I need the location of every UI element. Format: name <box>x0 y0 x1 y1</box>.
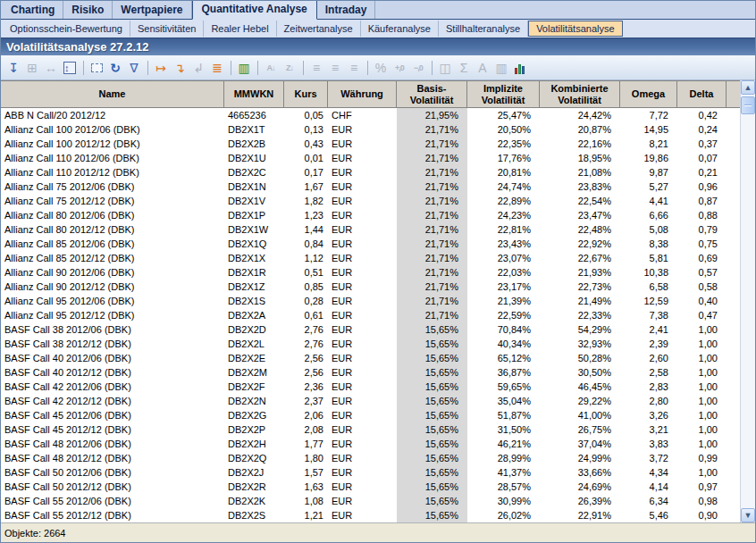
table-row[interactable]: Allianz Call 80 2012/12 (DBK)DB2X1W1,44E… <box>1 222 740 237</box>
table-row[interactable]: BASF Call 50 2012/12 (DBK)DB2X2R1,63EUR1… <box>1 480 740 494</box>
subtab-zeitwertanalyse[interactable]: Zeitwertanalyse <box>277 21 361 37</box>
table-row[interactable]: Allianz Call 85 2012/06 (DBK)DB2X1Q0,84E… <box>1 237 740 251</box>
column-header-waehrung[interactable]: Währung <box>328 81 397 107</box>
cell-kombinierte-volatilitaet: 54,29% <box>540 322 620 337</box>
subtab-sensitivitaeten[interactable]: Sensitivitäten <box>130 21 204 37</box>
table-row[interactable]: BASF Call 40 2012/12 (DBK)DB2X2M2,56EUR1… <box>1 365 740 380</box>
cell-omega: 8,21 <box>620 137 677 151</box>
table-row[interactable]: ABB N Call/20 2012/1246652360,05CHF21,95… <box>1 108 740 122</box>
chart-icon[interactable] <box>511 59 529 77</box>
subtab-kaeuferanalyse[interactable]: Käuferanalyse <box>361 21 439 37</box>
cell-waehrung: EUR <box>328 508 397 522</box>
column-insert-right-icon[interactable]: ↦ <box>152 59 170 77</box>
filter-icon[interactable]: ∇ <box>125 59 143 77</box>
toolbar-separator <box>147 61 148 75</box>
table-row[interactable]: BASF Call 48 2012/06 (DBK)DB2X2H1,77EUR1… <box>1 437 740 451</box>
column-header-mmwkn[interactable]: MMWKN <box>224 81 284 107</box>
column-highlight-icon[interactable]: ▥ <box>235 59 253 77</box>
table-row[interactable]: Allianz Call 110 2012/12 (DBK)DB2X2C0,17… <box>1 165 740 180</box>
cell-implizite-volatilitaet: 28,57% <box>467 480 540 494</box>
cell-kombinierte-volatilitaet: 22,16% <box>540 137 620 151</box>
cell-kurs: 0,61 <box>284 308 328 322</box>
cell-filler <box>727 322 740 337</box>
cell-filler <box>727 508 740 522</box>
cell-basis-volatilitaet: 15,65% <box>397 380 467 394</box>
cell-mmwkn: DB2X1N <box>224 180 284 194</box>
column-header-omega[interactable]: Omega <box>620 81 677 107</box>
table-row[interactable]: BASF Call 55 2012/06 (DBK)DB2X2K1,08EUR1… <box>1 494 740 508</box>
scroll-down-button[interactable]: ▼ <box>741 508 755 522</box>
table-row[interactable]: BASF Call 55 2012/12 (DBK)DB2X2S1,21EUR1… <box>1 508 740 522</box>
table-row[interactable]: BASF Call 48 2012/12 (DBK)DB2X2Q1,80EUR1… <box>1 451 740 465</box>
tab-charting[interactable]: Charting <box>3 1 63 19</box>
column-header-basis-volatilitaet[interactable]: Basis-Volatilität <box>397 81 467 107</box>
table-row[interactable]: Allianz Call 85 2012/12 (DBK)DB2X1X1,12E… <box>1 251 740 265</box>
cell-implizite-volatilitaet: 25,47% <box>467 108 540 122</box>
column-header-name[interactable]: Name <box>1 81 224 107</box>
cell-delta: 1,00 <box>677 422 727 437</box>
tab-risiko[interactable]: Risiko <box>63 1 113 19</box>
cell-implizite-volatilitaet: 21,39% <box>467 294 540 308</box>
table-row[interactable]: Allianz Call 90 2012/12 (DBK)DB2X1Z0,85E… <box>1 280 740 294</box>
tab-wertpapiere[interactable]: Wertpapiere <box>113 1 191 19</box>
scroll-up-button[interactable]: ▲ <box>741 80 755 95</box>
cell-mmwkn: 4665236 <box>224 108 284 122</box>
cell-name: BASF Call 45 2012/06 (DBK) <box>1 408 224 422</box>
cell-name: Allianz Call 95 2012/12 (DBK) <box>1 308 224 322</box>
column-header-kombinierte-volatilitaet[interactable]: KombinierteVolatilität <box>540 81 620 107</box>
column-header-implizite-volatilitaet[interactable]: ImpliziteVolatilität <box>467 81 540 107</box>
refresh-icon[interactable]: ↻ <box>106 59 124 77</box>
subtab-realer-hebel[interactable]: Realer Hebel <box>204 21 276 37</box>
table-row[interactable]: Allianz Call 75 2012/06 (DBK)DB2X1N1,67E… <box>1 180 740 194</box>
table-row[interactable]: BASF Call 50 2012/06 (DBK)DB2X2J1,57EUR1… <box>1 465 740 480</box>
scrollbar-track[interactable] <box>741 114 755 508</box>
cell-basis-volatilitaet: 21,71% <box>397 308 467 322</box>
cell-basis-volatilitaet: 15,65% <box>397 322 467 337</box>
cell-mmwkn: DB2X2B <box>224 137 284 151</box>
cell-kombinierte-volatilitaet: 21,08% <box>540 165 620 180</box>
table-row[interactable]: BASF Call 42 2012/06 (DBK)DB2X2F2,36EUR1… <box>1 380 740 394</box>
cell-name: Allianz Call 100 2012/12 (DBK) <box>1 137 224 151</box>
cell-basis-volatilitaet: 21,71% <box>397 294 467 308</box>
table-row[interactable]: Allianz Call 100 2012/12 (DBK)DB2X2B0,43… <box>1 137 740 151</box>
cell-kurs: 1,67 <box>284 180 328 194</box>
new-view-icon[interactable] <box>88 59 105 77</box>
table-row[interactable]: Allianz Call 100 2012/06 (DBK)DB2X1T0,13… <box>1 122 740 137</box>
column-header-kurs[interactable]: Kurs <box>284 81 328 107</box>
cell-basis-volatilitaet: 15,65% <box>397 494 467 508</box>
cell-implizite-volatilitaet: 36,87% <box>467 365 540 380</box>
export-table-icon[interactable]: ↧ <box>4 59 22 77</box>
cell-name: BASF Call 42 2012/06 (DBK) <box>1 380 224 394</box>
subtab-optionsschein-bewertung[interactable]: Optionsschein-Bewertung <box>3 21 130 37</box>
table-row[interactable]: BASF Call 42 2012/12 (DBK)DB2X2N2,37EUR1… <box>1 394 740 408</box>
subtab-stillhalteranalyse[interactable]: Stillhalteranalyse <box>439 21 528 37</box>
cell-filler <box>727 480 740 494</box>
table-row[interactable]: Allianz Call 75 2012/12 (DBK)DB2X1V1,82E… <box>1 194 740 208</box>
cell-filler <box>727 108 740 122</box>
cell-filler <box>727 365 740 380</box>
cell-basis-volatilitaet: 15,65% <box>397 394 467 408</box>
table-row[interactable]: BASF Call 40 2012/06 (DBK)DB2X2E2,56EUR1… <box>1 351 740 365</box>
chevron-down-icon: ▼ <box>744 511 752 520</box>
table-row[interactable]: BASF Call 38 2012/06 (DBK)DB2X2D2,76EUR1… <box>1 322 740 337</box>
table-row[interactable]: BASF Call 38 2012/12 (DBK)DB2X2L2,76EUR1… <box>1 337 740 351</box>
table-row[interactable]: Allianz Call 110 2012/06 (DBK)DB2X1U0,01… <box>1 151 740 165</box>
scrollbar-thumb[interactable] <box>741 96 755 114</box>
cell-kurs: 2,76 <box>284 337 328 351</box>
table-row[interactable]: BASF Call 45 2012/06 (DBK)DB2X2G2,06EUR1… <box>1 408 740 422</box>
table-row[interactable]: Allianz Call 95 2012/06 (DBK)DB2X1S0,28E… <box>1 294 740 308</box>
tab-intraday[interactable]: Intraday <box>317 1 376 19</box>
column-header-delta[interactable]: Delta <box>677 81 727 107</box>
table-row[interactable]: Allianz Call 95 2012/12 (DBK)DB2X2A0,61E… <box>1 308 740 322</box>
fit-height-icon[interactable]: ↕ <box>61 59 79 77</box>
column-values-icon[interactable]: ≣ <box>208 59 226 77</box>
subtab-volatilitaetsanalyse[interactable]: Volatilitätsanalyse <box>528 21 622 37</box>
tab-quantitative-analyse[interactable]: Quantitative Analyse <box>192 0 317 20</box>
table-row[interactable]: BASF Call 45 2012/12 (DBK)DB2X2P2,08EUR1… <box>1 422 740 437</box>
table-row[interactable]: Allianz Call 90 2012/06 (DBK)DB2X1R0,51E… <box>1 265 740 280</box>
column-insert-down-icon[interactable]: ↴ <box>171 59 189 77</box>
table-row[interactable]: Allianz Call 80 2012/06 (DBK)DB2X1P1,23E… <box>1 208 740 222</box>
vertical-scrollbar[interactable]: ▲ ▼ <box>740 80 755 522</box>
cell-delta: 0,57 <box>677 265 727 280</box>
cell-mmwkn: DB2X1V <box>224 194 284 208</box>
